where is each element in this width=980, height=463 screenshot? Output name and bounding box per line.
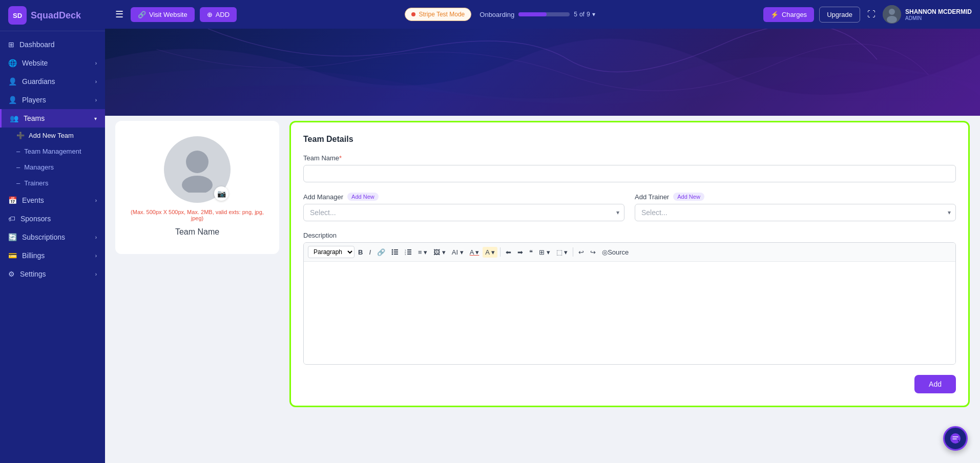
user-role: ADMIN	[905, 15, 972, 21]
toolbar-divider-2	[573, 247, 573, 257]
sidebar-item-label: Players	[22, 96, 46, 104]
fullscreen-icon: ⛶	[867, 10, 875, 18]
trainer-select[interactable]: Select...	[635, 204, 956, 221]
source-icon: ◎	[602, 248, 608, 256]
sponsors-icon: 🏷	[8, 215, 15, 223]
avatar-card: 📷 (Max. 500px X 500px, Max. 2MB, valid e…	[115, 121, 279, 254]
manager-select[interactable]: Select...	[303, 204, 624, 221]
sidebar-item-events[interactable]: 📅 Events ›	[0, 191, 105, 209]
image-button[interactable]: 🖼 ▾	[431, 247, 448, 258]
chevron-right-icon: ›	[95, 253, 97, 259]
chevron-right-icon: ›	[95, 235, 97, 240]
sub-item-label: Trainers	[24, 179, 48, 187]
sidebar-item-guardians[interactable]: 👤 Guardians ›	[0, 72, 105, 91]
camera-icon[interactable]: 📷	[214, 186, 228, 201]
manager-trainer-row: Add Manager Add New Select... ▾ Add Tr	[303, 193, 956, 221]
font-color-button[interactable]: A ▾	[467, 247, 482, 258]
sub-item-label: Team Management	[24, 148, 81, 155]
svg-point-4	[182, 176, 213, 193]
sidebar-item-settings[interactable]: ⚙ Settings ›	[0, 265, 105, 283]
sidebar-item-sponsors[interactable]: 🏷 Sponsors	[0, 209, 105, 228]
description-editor[interactable]	[304, 262, 955, 364]
team-name-group: Team Name*	[303, 154, 956, 182]
redo-button[interactable]: ↪	[588, 247, 598, 258]
charges-button[interactable]: ⚡ Charges	[763, 7, 814, 22]
undo-button[interactable]: ↩	[576, 247, 587, 258]
upgrade-button[interactable]: Upgrade	[819, 7, 860, 23]
decrease-indent-button[interactable]: ⬅	[503, 247, 514, 258]
chevron-down-icon: ▾	[592, 11, 595, 18]
bullet-list-button[interactable]	[389, 247, 401, 257]
add-button[interactable]: ⊕ ADD	[200, 7, 237, 22]
bold-button[interactable]: B	[356, 247, 365, 258]
visit-icon: 🔗	[138, 11, 146, 18]
avatar-upload-area[interactable]: 📷	[164, 136, 231, 203]
editor-toolbar: Paragraph B I 🔗 1.2.3. ≡ ▾	[304, 243, 955, 262]
chevron-right-icon: ›	[95, 271, 97, 277]
sub-item-trainers[interactable]: – Trainers	[0, 175, 105, 191]
logo-area[interactable]: SD SquadDeck	[0, 0, 105, 31]
add-icon: ⊕	[207, 11, 213, 18]
add-team-button[interactable]: Add	[914, 375, 956, 393]
avatar	[883, 5, 901, 24]
sub-item-add-new-team[interactable]: ➕ Add New Team	[0, 128, 105, 143]
sub-item-managers[interactable]: – Managers	[0, 159, 105, 175]
sidebar-item-dashboard[interactable]: ⊞ Dashboard	[0, 35, 105, 54]
logo-text: SquadDeck	[31, 10, 81, 21]
chat-bubble[interactable]	[943, 426, 968, 451]
add-new-trainer-badge[interactable]: Add New	[673, 193, 704, 201]
user-info[interactable]: SHANNON MCDERMID ADMIN	[883, 5, 972, 24]
link-button[interactable]: 🔗	[374, 247, 388, 258]
add-new-manager-badge[interactable]: Add New	[347, 193, 379, 201]
svg-rect-16	[407, 254, 411, 255]
managers-icon: –	[16, 163, 20, 171]
visit-website-button[interactable]: 🔗 Visit Website	[131, 7, 195, 22]
onboarding-progress-bar	[518, 12, 570, 16]
ai-button[interactable]: AI ▾	[449, 247, 466, 258]
sidebar-item-subscriptions[interactable]: 🔄 Subscriptions ›	[0, 228, 105, 246]
user-text: SHANNON MCDERMID ADMIN	[905, 8, 972, 21]
table-button[interactable]: ⊞ ▾	[536, 247, 553, 258]
paragraph-select[interactable]: Paragraph	[308, 246, 355, 258]
sub-item-team-management[interactable]: – Team Management	[0, 143, 105, 159]
stripe-test-mode-badge[interactable]: Stripe Test Mode	[405, 8, 471, 21]
trainer-select-wrapper: Select... ▾	[635, 204, 956, 221]
sidebar-item-label: Teams	[24, 114, 45, 122]
sidebar-item-label: Dashboard	[19, 40, 55, 49]
embed-button[interactable]: ⬚ ▾	[554, 247, 571, 258]
align-button[interactable]: ≡ ▾	[415, 247, 430, 258]
svg-rect-10	[394, 254, 398, 255]
hero-banner	[105, 29, 980, 116]
sidebar-item-website[interactable]: 🌐 Website ›	[0, 54, 105, 72]
team-details-panel: Team Details Team Name* Add Manager Add …	[289, 121, 970, 407]
svg-point-2	[887, 16, 897, 23]
sidebar-item-players[interactable]: 👤 Players ›	[0, 91, 105, 109]
editor-wrapper: Paragraph B I 🔗 1.2.3. ≡ ▾	[303, 242, 956, 365]
hamburger-button[interactable]: ☰	[113, 7, 126, 22]
add-new-team-icon: ➕	[16, 132, 25, 139]
svg-rect-6	[394, 249, 398, 250]
manager-block: Add Manager Add New Select... ▾	[303, 193, 624, 221]
sidebar-item-label: Sponsors	[20, 215, 51, 223]
sidebar-item-label: Billings	[22, 251, 45, 260]
chevron-right-icon: ›	[95, 79, 97, 85]
bg-color-button[interactable]: A ▾	[483, 247, 497, 258]
numbered-list-button[interactable]: 1.2.3.	[402, 247, 414, 257]
sidebar-item-billings[interactable]: 💳 Billings ›	[0, 246, 105, 265]
sidebar-item-label: Events	[22, 196, 44, 204]
svg-point-7	[392, 251, 393, 253]
trainer-block: Add Trainer Add New Select... ▾	[635, 193, 956, 221]
italic-button[interactable]: I	[366, 247, 373, 258]
source-button[interactable]: ◎ Source	[599, 247, 631, 258]
team-name-input[interactable]	[303, 165, 956, 182]
charges-icon: ⚡	[770, 11, 779, 18]
sidebar-item-teams[interactable]: 👥 Teams ▾	[0, 109, 105, 128]
chevron-down-icon: ▾	[94, 116, 97, 121]
fullscreen-button[interactable]: ⛶	[865, 8, 878, 21]
svg-point-5	[392, 249, 393, 251]
increase-indent-button[interactable]: ➡	[515, 247, 526, 258]
blockquote-button[interactable]: ❝	[527, 247, 535, 258]
hamburger-icon: ☰	[115, 9, 123, 19]
step-indicator[interactable]: 5 of 9 ▾	[574, 11, 595, 18]
svg-point-3	[186, 151, 208, 173]
